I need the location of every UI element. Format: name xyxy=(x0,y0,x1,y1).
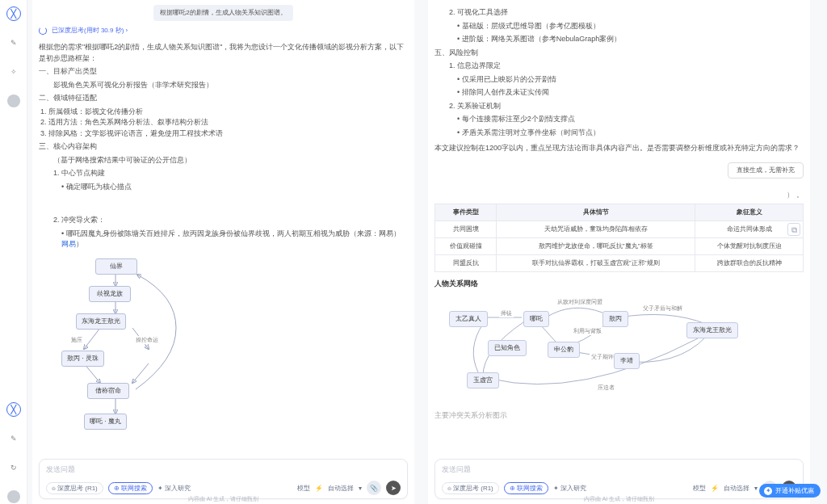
s1-title: 一、目标产出类型 xyxy=(39,66,408,78)
promo-icon: ✦ xyxy=(764,487,772,495)
graph-footer: 主要冲突关系分析图示 xyxy=(434,410,804,422)
graph-node: 敖丙 xyxy=(602,311,628,327)
r-line: 2. 可视化工具选择 xyxy=(434,7,804,19)
graph-edge-label: 利用与背叛 xyxy=(572,327,603,336)
graph-node: 哪吒 xyxy=(523,311,549,327)
th: 具体情节 xyxy=(497,204,695,221)
s1-body: 影视角色关系可视化分析报告（非学术研究报告） xyxy=(39,80,408,91)
chip-deep[interactable]: ✦ 深入研究 xyxy=(553,484,586,493)
composer-right[interactable]: 发送问题 ⌾ 深度思考 (R1) ⊕ 联网搜索 ✦ 深入研究 模型 ⚡ 自动选择… xyxy=(434,459,804,499)
flow-node: 敖丙 · 灵珠 xyxy=(61,351,104,367)
chip-search[interactable]: ⊕ 联网搜索 xyxy=(108,482,153,494)
edge-label: 施压 xyxy=(69,336,84,345)
thinking-indicator[interactable]: 已深度思考(用时 30.9 秒) › xyxy=(39,26,408,36)
conclusion: 本文建议控制在1200字以内，重点呈现方法论而非具体内容产出。是否需要调整分析维… xyxy=(434,143,804,154)
s2-item: 排除风格：文学影视评论语言，避免使用工程技术术语 xyxy=(48,128,408,140)
left-panel: 根据哪吒2的剧情，生成人物关系知识图谱。 已深度思考(用时 30.9 秒) › … xyxy=(32,0,414,504)
graph-node: 李靖 xyxy=(614,353,640,369)
s2-title: 二、领域特征适配 xyxy=(39,93,408,104)
s2-item: 所属领域：影视文化传播分析 xyxy=(48,107,408,118)
flow-node: 借称宿命 xyxy=(87,383,129,399)
compose-icon-2[interactable]: ✎ xyxy=(6,431,21,446)
s3-sub2: • 哪吒因魔丸身份被陈塘关百姓排斥，敖丙因龙族身份被仙界歧视，两人初期互相视为威… xyxy=(39,229,408,250)
chip-think[interactable]: ⌾ 深度思考 (R1) xyxy=(442,482,499,494)
flow-node: 仙界 xyxy=(95,258,137,275)
compose-icon[interactable]: ✎ xyxy=(6,36,21,50)
table-row: 同盟反抗联手对抗仙界霸权，打破玉虚宫观"正邪"规则跨族群联合的反抗精神 xyxy=(435,255,804,272)
s3-item1: 1. 中心节点构建 xyxy=(39,168,408,179)
flow-diagram: 仙界 歧视龙族 东海龙王敖光 施压 操控命运 敖丙 · 灵珠 借称宿命 哪吒 ·… xyxy=(39,255,408,441)
refresh-icon[interactable]: ↻ xyxy=(6,460,21,475)
flow-node: 歧视龙族 xyxy=(89,286,131,302)
graph-node: 申公豹 xyxy=(548,342,580,358)
model-label[interactable]: 模型 xyxy=(297,484,310,493)
graph-node: 已知角色 xyxy=(488,340,527,356)
footer-note: 内容由 AI 生成，请仔细甄别 xyxy=(428,495,810,503)
graph-edge-label: 师徒 xyxy=(499,309,514,318)
s3-title: 三、核心内容架构 xyxy=(39,141,408,153)
right-chat: 2. 可视化工具选择 • 基础版：层级式思维导图（参考亿图模板） • 进阶版：网… xyxy=(434,5,804,456)
s5-g1-item: • 仅采用已上映影片的公开剧情 xyxy=(434,74,804,86)
app-sidebar: ✎ ✧ ✎ ↻ xyxy=(0,0,27,504)
intro-text: 根据您的需求"根据哪吒2的剧情，生成人物关系知识图谱"，我将为您设计一个文化传播… xyxy=(39,42,408,64)
graph-node: 太乙真人 xyxy=(449,311,488,327)
promo-chip[interactable]: ✦ 开通补贴优惠 xyxy=(759,484,821,498)
s2-item: 适用方法：角色关系网络分析法、叙事结构分析法 xyxy=(48,117,408,128)
th: 象征意义 xyxy=(695,204,804,221)
flow-node: 东海龙王敖光 xyxy=(76,313,126,330)
graph-node: 玉虚宫 xyxy=(467,372,499,388)
s5-g1-item: • 排除同人创作及未证实传闻 xyxy=(434,87,804,99)
logo-icon-2 xyxy=(6,402,21,417)
footer-note: 内容由 AI 生成，请仔细甄别 xyxy=(32,495,414,503)
graph-edge-label: 从敌对到深度同盟 xyxy=(556,298,604,307)
lightning-icon: ⚡ xyxy=(315,485,323,492)
model-label[interactable]: 模型 xyxy=(693,484,706,493)
relation-graph: 太乙真人 师徒 哪吒 从敌对到深度同盟 敖丙 父子矛盾与和解 东海龙王敖光 利用… xyxy=(434,295,804,408)
table-row: 共同困境天劫咒语威胁，童珠均身陷阵相依存命运共同体形成 xyxy=(435,221,804,238)
source-link[interactable]: 网易 xyxy=(61,240,76,248)
table-row: 价值观碰撞敖丙维护龙族使命，哪吒反抗"魔丸"标签个体觉醒对抗制度压迫 xyxy=(435,238,804,255)
left-chat: 根据哪吒2的剧情，生成人物关系知识图谱。 已深度思考(用时 30.9 秒) › … xyxy=(39,5,408,456)
graph-node: 东海龙王敖光 xyxy=(686,322,738,338)
r-line: • 进阶版：网络关系图谱（参考NebulaGraph案例） xyxy=(434,34,804,45)
auto-select[interactable]: 自动选择 xyxy=(328,484,354,493)
graph-edge-label: 父子矛盾与和解 xyxy=(641,304,684,313)
flow-node: 哪吒 · 魔丸 xyxy=(84,414,127,430)
send-button[interactable]: ➤ xyxy=(386,481,401,495)
composer-placeholder: 发送问题 xyxy=(46,464,401,475)
s5-g2: 2. 关系验证机制 xyxy=(434,101,804,112)
s5-g1: 1. 信息边界限定 xyxy=(434,61,804,72)
avatar-icon-2[interactable] xyxy=(6,489,21,504)
right-panel: 2. 可视化工具选择 • 基础版：层级式思维导图（参考亿图模板） • 进阶版：网… xyxy=(428,0,810,504)
spinner-icon xyxy=(39,27,47,35)
graph-edge-label: 压迫者 xyxy=(596,384,616,393)
graph-title: 人物关系网络 xyxy=(434,279,804,290)
thinking-label: 已深度思考(用时 30.9 秒) › xyxy=(52,26,128,36)
logo-icon xyxy=(6,6,21,21)
s5-g2-item: • 每个连接需标注至少2个剧情支撑点 xyxy=(434,114,804,125)
confirm-button[interactable]: 直接生成，无需补充 xyxy=(728,162,804,178)
user-bubble: 根据哪吒2的剧情，生成人物关系知识图谱。 xyxy=(153,5,292,21)
chip-search[interactable]: ⊕ 联网搜索 xyxy=(504,482,548,494)
composer-placeholder: 发送问题 xyxy=(442,464,796,475)
bracket-tail: ） 。 xyxy=(434,190,804,201)
promo-label: 开通补贴优惠 xyxy=(775,486,814,495)
attach-button[interactable]: 📎 xyxy=(367,481,381,495)
copy-icon[interactable]: ⧉ xyxy=(787,223,800,236)
chip-deep[interactable]: ✦ 深入研究 xyxy=(157,484,191,493)
chip-think[interactable]: ⌾ 深度思考 (R1) xyxy=(46,482,103,494)
edge-label: 操控命运 xyxy=(134,336,160,345)
s3-item2: 2. 冲突导火索： xyxy=(39,215,408,226)
s5-title: 五、风险控制 xyxy=(434,48,804,59)
lightning-icon: ⚡ xyxy=(711,485,719,492)
auto-select[interactable]: 自动选择 xyxy=(724,484,749,493)
star-icon[interactable]: ✧ xyxy=(6,65,21,79)
th: 事件类型 xyxy=(435,204,497,221)
composer-left[interactable]: 发送问题 ⌾ 深度思考 (R1) ⊕ 联网搜索 ✦ 深入研究 模型 ⚡ 自动选择… xyxy=(39,459,408,499)
s3-note: （基于网络搜索结果中可验证的公开信息） xyxy=(39,155,408,166)
s3-sub1: • 确定哪吒为核心描点 xyxy=(39,182,408,193)
avatar-icon[interactable] xyxy=(6,94,21,108)
s5-g2-item: • 矛盾关系需注明对立事件坐标（时间节点） xyxy=(434,128,804,139)
graph-edge-label: 父子期许 xyxy=(590,353,615,362)
relation-table: 事件类型 具体情节 象征意义 共同困境天劫咒语威胁，童珠均身陷阵相依存命运共同体… xyxy=(434,204,804,272)
